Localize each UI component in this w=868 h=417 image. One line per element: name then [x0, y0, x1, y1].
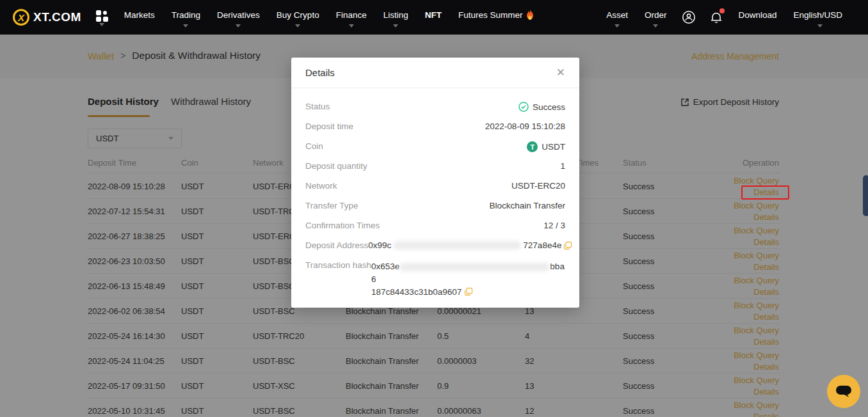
nav-item-label: Download: [738, 10, 776, 20]
modal-title: Details: [305, 67, 335, 78]
modal-row-deposit-address: Deposit Address 0x99c 727a8e4e: [305, 240, 565, 254]
page: X XT.COM MarketsTradingDerivativesBuy Cr…: [0, 0, 868, 417]
deposit-time-value: 2022-08-09 15:10:28: [485, 122, 565, 131]
modal-row-coin: Coin T USDT: [305, 141, 565, 155]
confirmations-value: 12 / 3: [543, 221, 565, 230]
top-nav: X XT.COM MarketsTradingDerivativesBuy Cr…: [0, 0, 868, 35]
modal-row-network: Network USDT-ERC20: [305, 181, 565, 194]
profile-icon[interactable]: [675, 10, 703, 24]
chevron-down-icon: [817, 24, 823, 28]
status-value: Success: [533, 102, 565, 112]
transaction-hash-value: 0x653ebba6 187c84433c31b0a9607: [371, 260, 565, 299]
deposit-address-label: Deposit Address: [305, 240, 368, 250]
network-label: Network: [305, 181, 337, 191]
nav-item-label: Buy Crypto: [277, 10, 319, 20]
nav-item-markets[interactable]: Markets: [116, 6, 163, 29]
usdt-coin-icon: T: [527, 141, 538, 152]
nav-item-futures-summer[interactable]: Futures Summer: [450, 6, 543, 29]
nav-item-derivatives[interactable]: Derivatives: [209, 6, 268, 29]
modal-row-quantity: Deposit quantity 1: [305, 161, 565, 175]
xt-logo-text: XT.COM: [33, 10, 81, 24]
modal-row-status: Status Success: [305, 102, 565, 115]
chevron-down-icon: [615, 24, 620, 28]
hash-line2: 187c84433c31b0a9607: [371, 287, 462, 297]
chevron-down-icon: [349, 24, 354, 28]
modal-header: Details ✕: [291, 58, 579, 88]
nav-item-label: Finance: [336, 10, 367, 20]
xt-logo[interactable]: X XT.COM: [13, 9, 81, 26]
chevron-down-icon: [653, 24, 658, 28]
modal-row-confirmations: Confirmation Times 12 / 3: [305, 221, 565, 234]
notification-badge: [719, 8, 725, 13]
locale-label: English/USD: [793, 10, 842, 20]
coin-value: USDT: [542, 142, 565, 152]
quantity-value: 1: [560, 161, 565, 171]
nav-item-label: Listing: [383, 10, 408, 20]
highlight-annotation-details-link: [741, 185, 789, 200]
nav-left-menu: MarketsTradingDerivativesBuy CryptoFinan…: [116, 6, 543, 29]
details-modal: Details ✕ Status Success Deposit time 20…: [291, 58, 579, 308]
nav-item-download[interactable]: Download: [730, 6, 785, 29]
chevron-down-icon: [183, 24, 188, 28]
status-label: Status: [305, 102, 330, 111]
transaction-hash-label: Transaction hash: [305, 260, 371, 270]
chevron-down-icon: [393, 24, 398, 28]
nav-item-label: Order: [645, 10, 667, 20]
copy-icon[interactable]: [464, 287, 473, 296]
confirmations-label: Confirmation Times: [305, 221, 380, 230]
nav-item-nft[interactable]: NFT: [417, 6, 450, 29]
network-value: USDT-ERC20: [511, 181, 565, 191]
transfer-type-value: Blockchain Transfer: [489, 201, 565, 210]
coin-label: Coin: [305, 141, 323, 151]
nav-item-label: Asset: [606, 10, 628, 20]
xt-logo-x: X: [18, 12, 24, 23]
chat-widget-button[interactable]: [827, 375, 860, 408]
modal-row-transaction-hash: Transaction hash 0x653ebba6 187c84433c31…: [305, 260, 565, 299]
nav-item-asset[interactable]: Asset: [598, 6, 636, 29]
nav-item-finance[interactable]: Finance: [328, 6, 375, 29]
xt-logo-icon: X: [13, 9, 29, 26]
nav-item-label: Markets: [124, 10, 155, 20]
modal-row-deposit-time: Deposit time 2022-08-09 15:10:28: [305, 122, 565, 135]
nav-right-menu: AssetOrder Download Engl: [598, 6, 855, 29]
nav-item-order[interactable]: Order: [636, 6, 675, 29]
deposit-address-value: 0x99c 727a8e4e: [368, 240, 572, 250]
nav-item-label: Trading: [172, 10, 200, 20]
notifications-bell-icon[interactable]: [703, 10, 730, 24]
redacted-address: [393, 241, 521, 249]
nav-item-listing[interactable]: Listing: [375, 6, 417, 29]
transfer-type-label: Transfer Type: [305, 201, 358, 210]
hash-prefix: 0x653e: [371, 262, 399, 271]
chat-bubble-icon: [835, 384, 853, 399]
locale-currency-switcher[interactable]: English/USD: [785, 6, 855, 29]
address-suffix: 727a8e4e: [523, 240, 561, 250]
chevron-down-icon: [236, 24, 241, 28]
copy-icon[interactable]: [563, 241, 572, 250]
nav-item-trading[interactable]: Trading: [163, 6, 209, 29]
redacted-hash: [399, 263, 550, 271]
fire-icon: [526, 10, 534, 20]
quantity-label: Deposit quantity: [305, 161, 367, 171]
modal-body: Status Success Deposit time 2022-08-09 1…: [291, 88, 579, 299]
chevron-down-icon: [295, 24, 300, 28]
modal-row-transfer-type: Transfer Type Blockchain Transfer: [305, 201, 565, 214]
nav-item-label: Derivatives: [217, 10, 260, 20]
page-scrollbar-thumb[interactable]: [863, 175, 868, 216]
nav-item-label: NFT: [425, 10, 442, 20]
address-prefix: 0x99c: [368, 240, 391, 250]
nav-item-label: Futures Summer: [458, 10, 523, 20]
apps-grid-icon[interactable]: [95, 9, 108, 26]
close-icon[interactable]: ✕: [556, 67, 565, 78]
deposit-time-label: Deposit time: [305, 122, 353, 131]
nav-item-buy-crypto[interactable]: Buy Crypto: [268, 6, 328, 29]
success-check-icon: [518, 102, 529, 112]
